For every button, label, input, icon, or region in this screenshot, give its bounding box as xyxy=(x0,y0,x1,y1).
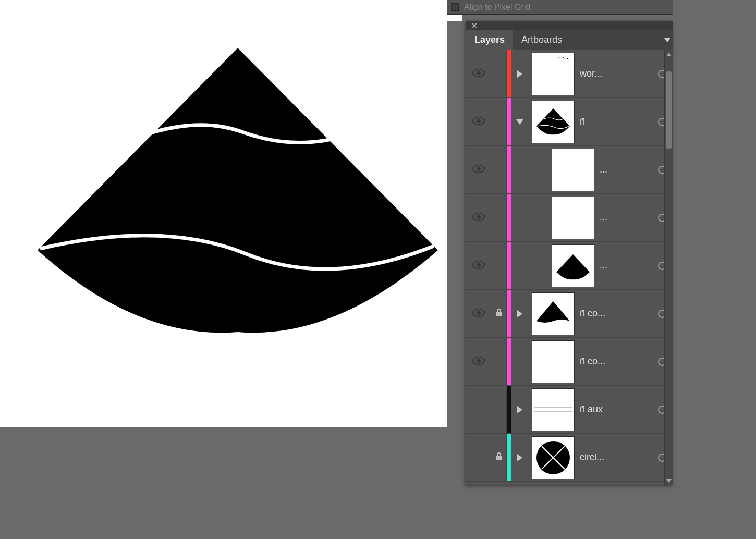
panel-close-bar: ✕ xyxy=(466,21,673,30)
eye-icon xyxy=(472,165,485,175)
align-pixel-grid-checkbox[interactable] xyxy=(451,3,459,11)
layer-row[interactable]: ñ aux xyxy=(466,386,673,434)
lock-icon xyxy=(495,309,503,319)
layer-thumbnail[interactable] xyxy=(552,197,594,239)
layer-thumbnail[interactable] xyxy=(532,388,575,431)
visibility-toggle[interactable] xyxy=(466,434,491,481)
chevron-right-icon xyxy=(517,310,522,317)
close-icon[interactable]: ✕ xyxy=(471,22,478,29)
chevron-right-icon xyxy=(517,70,522,78)
expand-toggle[interactable] xyxy=(511,386,529,433)
lock-toggle[interactable] xyxy=(491,386,507,433)
scrollbar-thumb[interactable] xyxy=(666,71,672,149)
layer-name-label[interactable]: ñ aux xyxy=(578,404,652,415)
layer-row[interactable]: circl... xyxy=(466,434,673,482)
svg-point-1 xyxy=(477,71,481,75)
svg-point-9 xyxy=(477,263,481,267)
layer-thumbnail[interactable] xyxy=(532,53,575,95)
align-pixel-grid-row: Align to Pixel Grid xyxy=(447,0,673,15)
layer-color-bar xyxy=(507,50,511,97)
layer-row[interactable]: wor... xyxy=(466,50,673,98)
layer-row[interactable]: ... xyxy=(466,194,673,242)
layer-name-label[interactable]: ñ co... xyxy=(578,356,652,367)
visibility-toggle[interactable] xyxy=(466,290,491,337)
layer-name-label[interactable]: circl... xyxy=(578,452,652,463)
visibility-toggle[interactable] xyxy=(466,338,491,385)
layer-color-bar xyxy=(507,434,511,481)
svg-point-14 xyxy=(477,359,481,363)
expand-toggle[interactable] xyxy=(511,98,529,145)
panel-tabs: Layers Artboards xyxy=(466,30,673,50)
layer-name-label[interactable]: ñ co... xyxy=(578,308,652,319)
lock-toggle[interactable] xyxy=(491,434,507,481)
chevron-down-icon xyxy=(516,119,523,125)
visibility-toggle[interactable] xyxy=(466,146,491,193)
svg-point-3 xyxy=(477,119,481,123)
expand-toggle[interactable] xyxy=(511,50,529,97)
canvas-artboard[interactable] xyxy=(0,0,462,427)
lock-toggle[interactable] xyxy=(491,146,507,193)
layer-thumbnail[interactable] xyxy=(552,149,594,191)
eye-icon xyxy=(472,309,485,319)
visibility-toggle[interactable] xyxy=(466,386,491,433)
layer-row[interactable]: ñ xyxy=(466,98,673,146)
layer-color-bar xyxy=(507,242,511,289)
layer-name-label[interactable]: ñ xyxy=(578,116,652,127)
vector-artwork[interactable] xyxy=(38,48,438,334)
chevron-right-icon xyxy=(517,454,522,461)
expand-toggle[interactable] xyxy=(511,338,529,385)
visibility-toggle[interactable] xyxy=(466,194,491,241)
svg-rect-12 xyxy=(496,312,502,316)
layer-color-bar xyxy=(507,338,511,385)
layer-color-bar xyxy=(507,290,511,337)
expand-toggle[interactable] xyxy=(531,194,548,241)
expand-toggle[interactable] xyxy=(511,290,529,337)
align-pixel-grid-label: Align to Pixel Grid xyxy=(464,3,530,12)
pasteboard xyxy=(0,427,462,539)
lock-toggle[interactable] xyxy=(491,290,507,337)
expand-toggle[interactable] xyxy=(511,434,529,481)
layer-row[interactable]: ñ co... xyxy=(466,290,673,338)
layer-row[interactable]: ñ co... xyxy=(466,338,673,386)
layer-name-label[interactable]: ... xyxy=(598,212,652,223)
layer-thumbnail[interactable] xyxy=(532,292,575,335)
eye-icon xyxy=(472,117,485,127)
svg-point-5 xyxy=(477,167,481,171)
tab-layers[interactable]: Layers xyxy=(466,30,513,50)
layer-color-bar xyxy=(507,146,511,193)
tab-artboards[interactable]: Artboards xyxy=(513,30,570,50)
layer-color-bar xyxy=(507,386,511,433)
layer-name-label[interactable]: wor... xyxy=(578,68,652,79)
layer-name-label[interactable]: ... xyxy=(598,260,652,271)
svg-rect-17 xyxy=(496,456,502,460)
expand-toggle[interactable] xyxy=(531,146,548,193)
lock-icon xyxy=(495,452,503,463)
layer-row[interactable]: ... xyxy=(466,146,673,194)
scroll-down-button[interactable] xyxy=(665,476,673,485)
chevron-right-icon xyxy=(517,406,522,413)
lock-toggle[interactable] xyxy=(491,338,507,385)
eye-icon xyxy=(472,357,485,367)
visibility-toggle[interactable] xyxy=(466,242,491,289)
expand-toggle[interactable] xyxy=(531,242,548,289)
layer-color-bar xyxy=(507,194,511,241)
svg-point-7 xyxy=(477,215,481,219)
layer-name-label[interactable]: ... xyxy=(598,164,652,175)
panel-gutter xyxy=(447,21,466,485)
lock-toggle[interactable] xyxy=(491,50,507,97)
layers-panel: ✕ Layers Artboards wor...ñ.........ñ co.… xyxy=(466,21,673,485)
layer-row[interactable]: ... xyxy=(466,242,673,290)
scroll-up-button[interactable] xyxy=(665,50,673,58)
panel-menu-icon[interactable] xyxy=(664,38,670,42)
lock-toggle[interactable] xyxy=(491,98,507,145)
visibility-toggle[interactable] xyxy=(466,50,491,97)
lock-toggle[interactable] xyxy=(491,242,507,289)
layer-thumbnail[interactable] xyxy=(552,244,594,287)
scrollbar-track[interactable] xyxy=(664,50,673,485)
layer-thumbnail[interactable] xyxy=(532,436,575,479)
layer-thumbnail[interactable] xyxy=(532,340,575,383)
lock-toggle[interactable] xyxy=(491,194,507,241)
svg-point-11 xyxy=(477,311,481,315)
layer-thumbnail[interactable] xyxy=(532,101,575,143)
visibility-toggle[interactable] xyxy=(466,98,491,145)
